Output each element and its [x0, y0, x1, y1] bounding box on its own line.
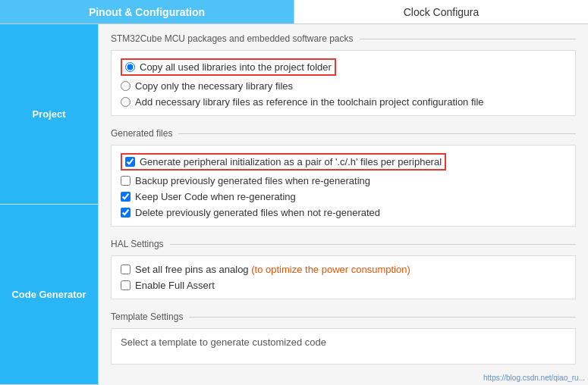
packages-section-title: STM32Cube MCU packages and embedded soft…: [111, 33, 576, 44]
checkbox-peripheral-highlight: Generate peripheral initialization as a …: [121, 153, 446, 171]
hal-section-title: HAL Settings: [111, 239, 576, 249]
radio-copy-all[interactable]: [125, 62, 135, 72]
packages-section: STM32Cube MCU packages and embedded soft…: [111, 33, 576, 116]
generated-files-title: Generated files: [111, 128, 576, 139]
sidebar-item-project[interactable]: Project: [0, 24, 98, 205]
checkbox-peripheral-init-label: Generate peripheral initialization as a …: [140, 156, 442, 167]
checkbox-delete-generated-label: Delete previously generated files when n…: [135, 207, 380, 218]
checkbox-item-full-assert[interactable]: Enable Full Assert: [121, 280, 566, 291]
tab-pinout-label: Pinout & Configuration: [89, 6, 205, 18]
radio-add-reference[interactable]: [121, 97, 130, 107]
checkbox-backup-label: Backup previously generated files when r…: [135, 175, 370, 186]
checkbox-item-analog-pins[interactable]: Set all free pins as analog (to optimize…: [121, 264, 566, 275]
checkbox-peripheral-init[interactable]: [125, 157, 135, 167]
radio-copy-necessary-label: Copy only the necessary library files: [135, 80, 293, 92]
checkbox-delete-generated[interactable]: [121, 208, 130, 218]
hal-section-body: Set all free pins as analog (to optimize…: [111, 255, 576, 299]
checkbox-analog-pins[interactable]: [121, 264, 130, 274]
hal-checkbox-group: Set all free pins as analog (to optimize…: [121, 264, 566, 291]
checkbox-item-keep-user-code[interactable]: Keep User Code when re-generating: [121, 191, 566, 202]
checkbox-keep-user-code-label: Keep User Code when re-generating: [135, 191, 296, 202]
radio-copy-all-label: Copy all used libraries into the project…: [140, 61, 332, 73]
main-layout: Project Code Generator STM32Cube MCU pac…: [0, 24, 588, 385]
tab-pinout[interactable]: Pinout & Configuration: [0, 0, 294, 23]
sidebar: Project Code Generator: [0, 24, 99, 385]
radio-item-add-reference[interactable]: Add necessary library files as reference…: [121, 96, 566, 108]
checkbox-item-peripheral-init[interactable]: Generate peripheral initialization as a …: [121, 153, 566, 171]
radio-item-copy-necessary[interactable]: Copy only the necessary library files: [121, 80, 566, 92]
hal-section: HAL Settings Set all free pins as analog…: [111, 239, 576, 299]
tab-clock[interactable]: Clock Configura: [294, 0, 588, 23]
checkbox-analog-pins-label: Set all free pins as analog (to optimize…: [135, 264, 410, 275]
top-bar: Pinout & Configuration Clock Configura: [0, 0, 588, 24]
generated-files-body: Generate peripheral initialization as a …: [111, 145, 576, 227]
checkbox-full-assert-label: Enable Full Assert: [135, 280, 215, 291]
checkbox-backup[interactable]: [121, 176, 130, 186]
checkbox-item-backup[interactable]: Backup previously generated files when r…: [121, 175, 566, 186]
radio-option-1-highlight: Copy all used libraries into the project…: [121, 58, 336, 76]
radio-item-copy-all[interactable]: Copy all used libraries into the project…: [121, 58, 566, 76]
sidebar-item-code-generator[interactable]: Code Generator: [0, 205, 98, 385]
packages-radio-group: Copy all used libraries into the project…: [121, 58, 566, 108]
checkbox-full-assert[interactable]: [121, 280, 130, 290]
checkbox-keep-user-code[interactable]: [121, 192, 130, 202]
sidebar-item-project-label: Project: [32, 108, 65, 120]
packages-section-body: Copy all used libraries into the project…: [111, 50, 576, 116]
radio-add-reference-label: Add necessary library files as reference…: [135, 96, 484, 108]
template-section-body: Select a template to generate customized…: [111, 328, 576, 365]
template-section-title: Template Settings: [111, 311, 576, 322]
generated-files-section: Generated files Generate peripheral init…: [111, 128, 576, 227]
analog-pins-prefix: Set all free pins as analog: [135, 264, 251, 275]
template-description: Select a template to generate customized…: [121, 336, 326, 348]
sidebar-item-code-generator-label: Code Generator: [11, 289, 86, 300]
tab-clock-label: Clock Configura: [404, 6, 480, 18]
checkbox-item-delete-generated[interactable]: Delete previously generated files when n…: [121, 207, 566, 218]
content-area: STM32Cube MCU packages and embedded soft…: [99, 24, 588, 385]
template-section: Template Settings Select a template to g…: [111, 311, 576, 365]
generated-files-checkbox-group: Generate peripheral initialization as a …: [121, 153, 566, 218]
watermark: https://blog.csdn.net/qiao_ru...: [483, 374, 585, 382]
analog-pins-highlight: (to optimize the power consumption): [251, 264, 410, 275]
radio-copy-necessary[interactable]: [121, 81, 130, 91]
